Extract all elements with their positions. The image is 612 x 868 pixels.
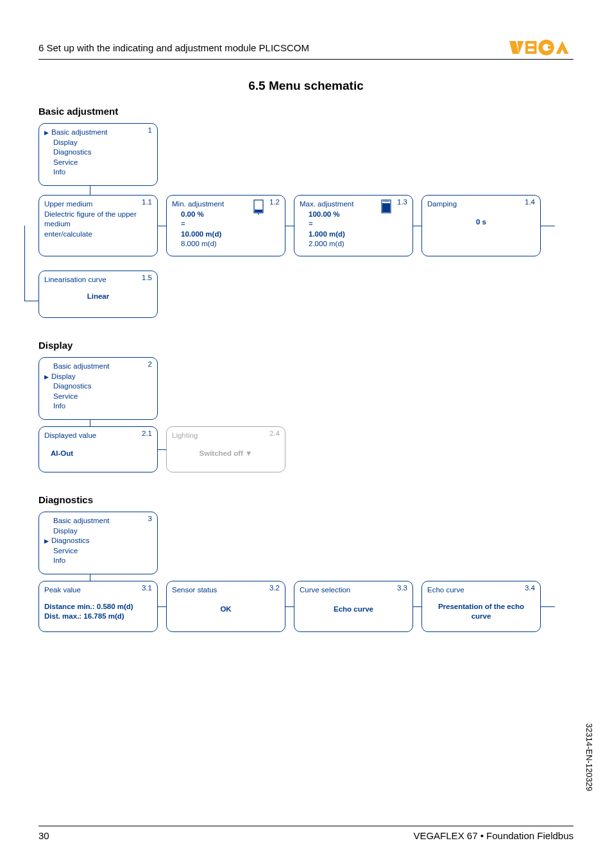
box-title: Curve selection bbox=[300, 585, 407, 596]
chapter-title: 6 Set up with the indicating and adjustm… bbox=[38, 42, 309, 53]
menu-item: Basic adjustment bbox=[53, 362, 152, 372]
box-line: 2.000 m(d) bbox=[309, 239, 407, 249]
basic-heading: Basic adjustment bbox=[38, 106, 574, 117]
menu-item: Diagnostics bbox=[44, 536, 152, 546]
menu-item: Info bbox=[53, 556, 152, 566]
box-number: 3.3 bbox=[397, 584, 407, 592]
max-adjustment-box: 1.3 Max. adjustment 100.00 % = 1.000 m(d… bbox=[294, 195, 413, 256]
menu-item: Service bbox=[53, 546, 152, 556]
page-footer: 30 VEGAFLEX 67 • Foundation Fieldbus bbox=[38, 826, 574, 841]
basic-diagram: 1 Basic adjustment Display Diagnostics S… bbox=[38, 123, 574, 318]
box-title: Echo curve bbox=[427, 585, 535, 596]
box-number: 1.5 bbox=[142, 274, 152, 281]
box-number: 1.1 bbox=[142, 198, 152, 206]
menu-item: Display bbox=[44, 372, 152, 382]
box-number: 3.4 bbox=[525, 584, 535, 592]
box-title: Damping bbox=[427, 199, 535, 210]
box-number: 2 bbox=[148, 360, 152, 368]
box-line: Linear bbox=[44, 292, 152, 302]
svg-marker-9 bbox=[556, 41, 569, 54]
box-line: 10.000 m(d) bbox=[181, 230, 280, 240]
menu-item: Info bbox=[53, 401, 152, 412]
box-title: Lighting bbox=[172, 431, 280, 441]
sensor-status-box: 3.2 Sensor status OK bbox=[166, 581, 285, 632]
diagnostics-diagram: 3 Basic adjustment Display Diagnostics S… bbox=[38, 512, 574, 632]
box-line: 100.00 % bbox=[309, 210, 407, 220]
displayed-value-box: 2.1 Displayed value AI-Out bbox=[38, 426, 158, 472]
box-title: Peak value bbox=[44, 585, 152, 596]
vega-logo-icon bbox=[509, 38, 574, 56]
menu-item: Diagnostics bbox=[53, 147, 152, 158]
box-line: OK bbox=[172, 605, 280, 615]
box-line: Switched off ▼ bbox=[172, 449, 280, 459]
box-line: 1.000 m(d) bbox=[309, 230, 407, 240]
tank-low-icon bbox=[253, 199, 264, 216]
box-number: 1.2 bbox=[269, 198, 280, 206]
echo-curve-box: 3.4 Echo curve Presentation of the echo … bbox=[421, 581, 541, 632]
box-line: Distance min.: 0.580 m(d) bbox=[44, 602, 152, 612]
curve-selection-box: 3.3 Curve selection Echo curve bbox=[294, 581, 413, 632]
menu-item: Basic adjustment bbox=[53, 516, 152, 526]
box-number: 2.4 bbox=[269, 430, 280, 437]
box-line: 0 s bbox=[427, 217, 535, 228]
box-number: 1.4 bbox=[525, 198, 535, 206]
page-header: 6 Set up with the indicating and adjustm… bbox=[38, 38, 574, 60]
display-menu-box: 2 Basic adjustment Display Diagnostics S… bbox=[38, 357, 158, 420]
box-line: Presentation of the echo curve bbox=[427, 602, 535, 622]
box-line: Dist. max.: 16.785 m(d) bbox=[44, 612, 152, 622]
box-line: 8.000 m(d) bbox=[181, 239, 280, 249]
box-line: = bbox=[181, 219, 280, 230]
peak-value-box: 3.1 Peak value Distance min.: 0.580 m(d)… bbox=[38, 581, 158, 632]
svg-rect-11 bbox=[255, 210, 262, 212]
display-diagram: 2 Basic adjustment Display Diagnostics S… bbox=[38, 357, 574, 472]
vega-logo bbox=[509, 38, 574, 56]
product-name: VEGAFLEX 67 • Foundation Fieldbus bbox=[413, 830, 574, 841]
box-title: Displayed value bbox=[44, 431, 152, 441]
lighting-box: 2.4 Lighting Switched off ▼ bbox=[166, 426, 285, 472]
box-line: Echo curve bbox=[300, 605, 407, 615]
box-title: Upper medium bbox=[44, 199, 152, 210]
box-line: Dielectric figure of the upper medium bbox=[44, 210, 152, 230]
display-heading: Display bbox=[38, 340, 574, 351]
menu-item: Display bbox=[53, 138, 152, 148]
box-line: enter/calculate bbox=[44, 230, 152, 240]
page-number: 30 bbox=[38, 830, 49, 841]
menu-item: Diagnostics bbox=[53, 381, 152, 392]
svg-rect-8 bbox=[548, 46, 554, 49]
box-line: AI-Out bbox=[51, 449, 152, 459]
diag-menu-box: 3 Basic adjustment Display Diagnostics S… bbox=[38, 512, 158, 574]
diagnostics-heading: Diagnostics bbox=[38, 494, 574, 505]
basic-menu-box: 1 Basic adjustment Display Diagnostics S… bbox=[38, 123, 158, 186]
box-title: Sensor status bbox=[172, 585, 280, 596]
upper-medium-box: 1.1 Upper medium Dielectric figure of th… bbox=[38, 195, 158, 256]
box-title: Linearisation curve bbox=[44, 275, 152, 285]
min-adjustment-box: 1.2 Min. adjustment 0.00 % = 10.000 m(d)… bbox=[166, 195, 285, 256]
svg-rect-14 bbox=[382, 203, 390, 212]
menu-item: Basic adjustment bbox=[44, 128, 152, 138]
menu-item: Service bbox=[53, 158, 152, 168]
section-title: 6.5 Menu schematic bbox=[38, 79, 574, 93]
menu-item: Info bbox=[53, 167, 152, 178]
linearisation-box: 1.5 Linearisation curve Linear bbox=[38, 271, 158, 318]
box-line: 0.00 % bbox=[181, 210, 280, 220]
menu-item: Display bbox=[53, 526, 152, 537]
box-number: 3 bbox=[148, 515, 152, 522]
menu-item: Service bbox=[53, 392, 152, 402]
svg-rect-3 bbox=[525, 41, 537, 54]
box-number: 2.1 bbox=[142, 430, 152, 437]
svg-rect-5 bbox=[528, 49, 534, 51]
document-code: 32314-EN-120329 bbox=[584, 723, 594, 791]
box-number: 3.2 bbox=[269, 584, 280, 592]
box-number: 1 bbox=[148, 126, 152, 134]
box-line: = bbox=[309, 219, 407, 230]
svg-rect-4 bbox=[528, 44, 534, 46]
damping-box: 1.4 Damping 0 s bbox=[421, 195, 541, 256]
box-number: 1.3 bbox=[397, 198, 407, 206]
tank-high-icon bbox=[380, 199, 392, 216]
box-number: 3.1 bbox=[142, 584, 152, 592]
